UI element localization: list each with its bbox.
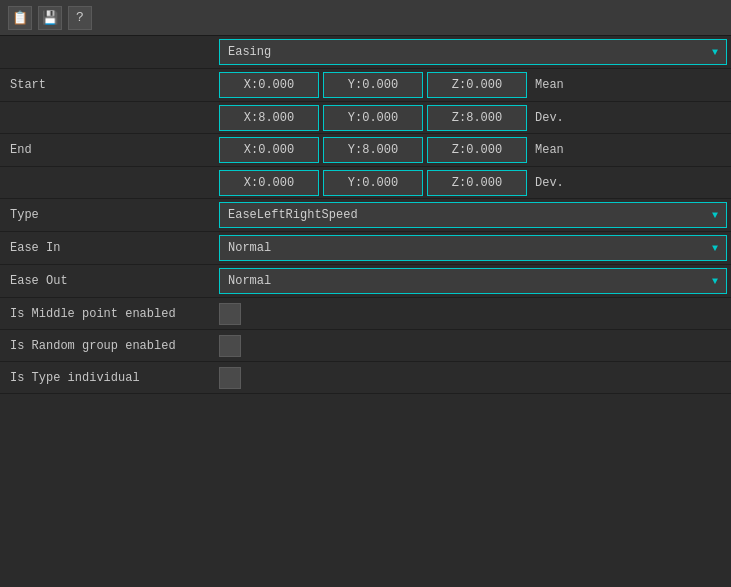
end-dev-side: Dev.	[531, 176, 569, 190]
type-row: Type EaseLeftRightSpeed ▼	[0, 199, 731, 232]
save-button[interactable]: 💾	[38, 6, 62, 30]
ease-out-row: Ease Out Normal ▼	[0, 265, 731, 298]
easing-content: Easing ▼	[215, 36, 731, 68]
toolbar: 📋 💾 ?	[0, 0, 731, 36]
start-dev-group: Dev.	[219, 105, 569, 131]
end-label: End	[0, 139, 215, 161]
ease-out-arrow: ▼	[712, 276, 718, 287]
random-group-label: Is Random group enabled	[0, 333, 215, 359]
start-dev-z[interactable]	[427, 105, 527, 131]
ease-in-row: Ease In Normal ▼	[0, 232, 731, 265]
start-mean-y[interactable]	[323, 72, 423, 98]
ease-out-label: Ease Out	[0, 268, 215, 294]
help-button[interactable]: ?	[68, 6, 92, 30]
start-dev-row: Dev.	[0, 101, 731, 133]
end-dev-row: Dev.	[0, 166, 731, 198]
end-dev-empty	[0, 179, 215, 187]
start-dev-y[interactable]	[323, 105, 423, 131]
start-mean-row: Start Mean	[0, 69, 731, 101]
easing-dropdown[interactable]: Easing ▼	[219, 39, 727, 65]
start-mean-inputs: Mean	[215, 69, 731, 101]
type-content: EaseLeftRightSpeed ▼	[215, 199, 731, 231]
ease-in-content: Normal ▼	[215, 232, 731, 264]
end-dev-y[interactable]	[323, 170, 423, 196]
middle-point-row: Is Middle point enabled	[0, 298, 731, 330]
start-dev-x[interactable]	[219, 105, 319, 131]
type-dropdown-arrow: ▼	[712, 210, 718, 221]
random-group-content	[215, 332, 731, 360]
type-individual-content	[215, 364, 731, 392]
end-mean-x[interactable]	[219, 137, 319, 163]
type-label: Type	[0, 202, 215, 228]
end-dev-x[interactable]	[219, 170, 319, 196]
ease-out-value: Normal	[228, 274, 271, 288]
start-dev-empty	[0, 114, 215, 122]
middle-point-content	[215, 300, 731, 328]
random-group-row: Is Random group enabled	[0, 330, 731, 362]
middle-point-label: Is Middle point enabled	[0, 301, 215, 327]
end-section: End Mean Dev.	[0, 134, 731, 199]
type-individual-row: Is Type individual	[0, 362, 731, 394]
start-mean-side: Mean	[531, 78, 569, 92]
end-mean-row: End Mean	[0, 134, 731, 166]
easing-row: Easing ▼	[0, 36, 731, 69]
easing-dropdown-arrow: ▼	[712, 47, 718, 58]
end-mean-group: Mean	[219, 137, 569, 163]
start-label: Start	[0, 74, 215, 96]
end-mean-z[interactable]	[427, 137, 527, 163]
type-individual-label: Is Type individual	[0, 365, 215, 391]
ease-in-value: Normal	[228, 241, 271, 255]
end-mean-side: Mean	[531, 143, 569, 157]
ease-out-dropdown[interactable]: Normal ▼	[219, 268, 727, 294]
ease-in-arrow: ▼	[712, 243, 718, 254]
start-mean-z[interactable]	[427, 72, 527, 98]
easing-label-empty	[0, 46, 215, 58]
easing-dropdown-label: Easing	[228, 45, 271, 59]
type-individual-checkbox[interactable]	[219, 367, 241, 389]
end-dev-group: Dev.	[219, 170, 569, 196]
start-dev-side: Dev.	[531, 111, 569, 125]
end-dev-z[interactable]	[427, 170, 527, 196]
start-mean-x[interactable]	[219, 72, 319, 98]
end-mean-y[interactable]	[323, 137, 423, 163]
start-section: Start Mean Dev.	[0, 69, 731, 134]
end-dev-inputs: Dev.	[215, 167, 731, 199]
ease-in-dropdown[interactable]: Normal ▼	[219, 235, 727, 261]
middle-point-checkbox[interactable]	[219, 303, 241, 325]
main-content: Easing ▼ Start Mean	[0, 36, 731, 394]
ease-out-content: Normal ▼	[215, 265, 731, 297]
end-mean-inputs: Mean	[215, 134, 731, 166]
random-group-checkbox[interactable]	[219, 335, 241, 357]
start-dev-inputs: Dev.	[215, 102, 731, 134]
type-dropdown[interactable]: EaseLeftRightSpeed ▼	[219, 202, 727, 228]
type-dropdown-value: EaseLeftRightSpeed	[228, 208, 358, 222]
copy-button[interactable]: 📋	[8, 6, 32, 30]
start-mean-group: Mean	[219, 72, 569, 98]
ease-in-label: Ease In	[0, 235, 215, 261]
